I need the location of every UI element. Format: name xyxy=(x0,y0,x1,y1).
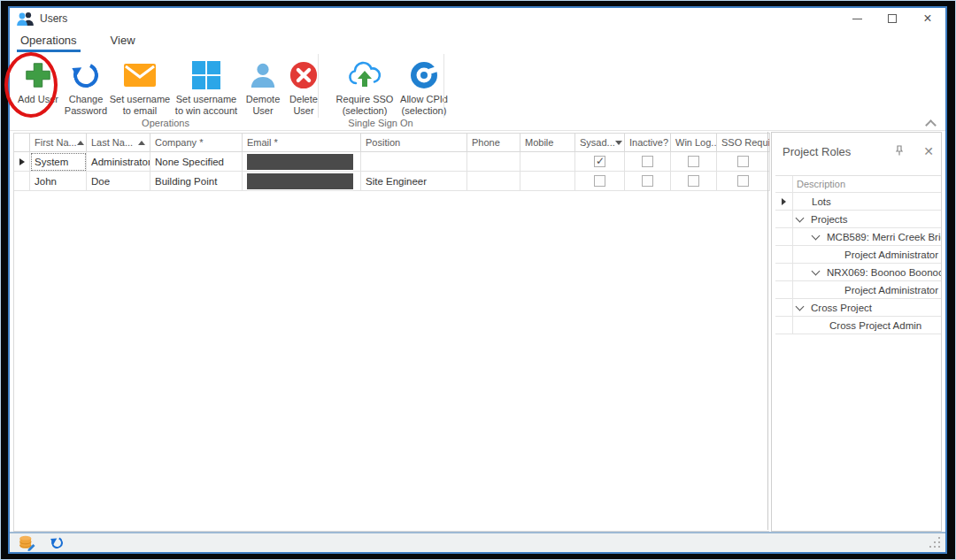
filter-dropdown-icon[interactable] xyxy=(615,141,622,145)
cell-position[interactable] xyxy=(361,152,467,172)
inactive-checkbox[interactable] xyxy=(642,156,653,167)
cell-win-logon xyxy=(671,172,717,191)
ribbon-button-label: Set username to email xyxy=(110,94,170,117)
cell-email[interactable] xyxy=(243,172,361,191)
tree-column-header[interactable]: Description xyxy=(793,176,941,192)
chevron-down-icon[interactable] xyxy=(812,231,821,240)
cell-inactive xyxy=(625,152,671,172)
delete-x-icon xyxy=(289,57,318,94)
column-label: Inactive? xyxy=(629,137,668,148)
maximize-button[interactable] xyxy=(875,8,910,29)
tree-row-mcb589[interactable]: MCB589: Merri Creek Bridge xyxy=(775,228,941,246)
column-label: Company * xyxy=(155,137,203,148)
column-header-phone[interactable]: Phone xyxy=(467,133,520,152)
set-username-to-win-account-button[interactable]: Set username to win account xyxy=(171,55,242,117)
tree-row-cross-project-admin[interactable]: Cross Project Admin xyxy=(775,317,941,334)
row-indicator-icon xyxy=(782,198,786,205)
table-row: John Doe Building Point Site Engineer xyxy=(14,172,769,191)
email-envelope-icon xyxy=(124,57,156,94)
panel-close-icon[interactable]: ✕ xyxy=(923,145,934,157)
chevron-down-icon[interactable] xyxy=(812,266,821,275)
cell-first-name[interactable]: System xyxy=(30,152,87,172)
minimize-button[interactable] xyxy=(839,8,875,29)
panel-splitter[interactable] xyxy=(767,132,768,530)
tree-row-indicator xyxy=(775,193,793,210)
tree-row-project-administrator[interactable]: Project Administrator xyxy=(775,246,941,264)
tree-item-label: MCB589: Merri Creek Bridge xyxy=(827,232,941,242)
redacted-email xyxy=(247,154,353,170)
row-indicator-icon xyxy=(19,158,25,165)
tree-row-cross-project[interactable]: Cross Project xyxy=(775,299,941,317)
ribbon-button-label: Demote User xyxy=(246,94,281,117)
ribbon-button-label: Delete User xyxy=(289,94,318,117)
sysadmin-checkbox[interactable] xyxy=(594,156,605,167)
inactive-checkbox[interactable] xyxy=(642,175,653,187)
column-header-last-name[interactable]: Last Na... xyxy=(87,133,150,152)
demote-user-button[interactable]: Demote User xyxy=(242,55,284,117)
cell-company[interactable]: None Specified xyxy=(150,152,243,172)
win-logon-checkbox[interactable] xyxy=(688,156,699,167)
change-password-refresh-icon xyxy=(73,57,98,94)
project-roles-tree: Description Lots Projects MCB589: Merri … xyxy=(775,175,941,334)
column-label: Position xyxy=(366,137,400,148)
column-header-company[interactable]: Company * xyxy=(150,133,243,152)
pin-icon[interactable] xyxy=(895,143,904,159)
close-button[interactable]: × xyxy=(910,8,945,29)
redacted-email xyxy=(247,173,353,189)
collapse-ribbon-icon[interactable] xyxy=(927,119,935,127)
tab-view[interactable]: View xyxy=(109,30,137,52)
table-row: System Administrator None Specified xyxy=(14,152,769,172)
sysadmin-checkbox[interactable] xyxy=(594,175,605,187)
column-header-sso-required[interactable]: SSO Requi... xyxy=(717,133,770,152)
cell-phone[interactable] xyxy=(467,152,520,172)
column-header-sysadmin[interactable]: Sysad... xyxy=(575,133,625,152)
cell-mobile[interactable] xyxy=(520,152,575,172)
cell-last-name[interactable]: Administrator xyxy=(87,152,150,172)
cell-sysadmin xyxy=(575,152,625,172)
windows-logo-icon xyxy=(192,57,220,94)
database-edit-icon[interactable] xyxy=(19,535,35,551)
cell-company[interactable]: Building Point xyxy=(150,172,243,191)
cell-sso-required xyxy=(717,152,770,172)
win-logon-checkbox[interactable] xyxy=(688,175,699,187)
person-icon xyxy=(249,57,277,94)
tree-item-label: Project Administrator xyxy=(844,285,938,295)
ribbon-group-label-operations: Operations xyxy=(13,118,318,128)
column-header-email[interactable]: Email * xyxy=(243,133,361,152)
ribbon-group-label-sso: Single Sign On xyxy=(318,118,443,128)
sso-required-checkbox[interactable] xyxy=(737,175,749,187)
window-title: Users xyxy=(40,12,67,25)
set-username-to-email-button[interactable]: Set username to email xyxy=(109,55,171,117)
change-password-button[interactable]: Change Password xyxy=(63,55,109,117)
tree-row-nrx069[interactable]: NRX069: Boonoo Boonoo Br... xyxy=(775,264,941,281)
cell-win-logon xyxy=(671,152,717,172)
chevron-down-icon[interactable] xyxy=(796,302,805,311)
tab-operations[interactable]: Operations xyxy=(19,30,79,52)
cloud-upload-icon xyxy=(347,57,382,94)
column-header-mobile[interactable]: Mobile xyxy=(520,133,575,152)
cell-phone[interactable] xyxy=(467,172,520,191)
tree-row-project-administrator[interactable]: Project Administrator xyxy=(775,281,941,299)
tree-row-lots[interactable]: Lots xyxy=(775,193,941,211)
tree-item-label: Project Administrator xyxy=(844,249,938,260)
column-header-inactive[interactable]: Inactive? xyxy=(625,133,671,152)
sso-required-checkbox[interactable] xyxy=(737,156,749,167)
refresh-icon[interactable] xyxy=(51,537,63,548)
row-indicator-cell xyxy=(14,152,30,172)
chevron-down-icon[interactable] xyxy=(796,213,805,222)
column-header-first-name[interactable]: First Na... xyxy=(30,133,87,152)
cell-first-name[interactable]: John xyxy=(30,172,87,191)
cell-last-name[interactable]: Doe xyxy=(87,172,150,191)
cell-sysadmin xyxy=(575,172,625,191)
screenshot-frame: Users × Operations View Add User xyxy=(0,0,956,560)
tree-header-row: Description xyxy=(775,175,941,193)
resize-grip[interactable] xyxy=(929,536,941,548)
column-header-position[interactable]: Position xyxy=(361,133,467,152)
cell-mobile[interactable] xyxy=(520,172,575,191)
tree-row-projects[interactable]: Projects xyxy=(775,211,941,228)
cell-email[interactable] xyxy=(243,152,361,172)
column-header-win-logon[interactable]: Win Log... xyxy=(671,133,717,152)
cell-sso-required xyxy=(717,172,770,191)
require-sso-button[interactable]: Require SSO (selection) xyxy=(334,55,396,117)
cell-position[interactable]: Site Engineer xyxy=(361,172,467,191)
